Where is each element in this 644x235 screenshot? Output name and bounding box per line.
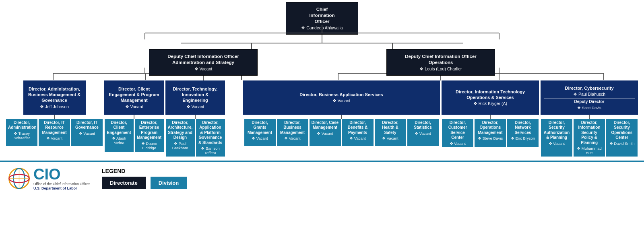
div-it-resource-mgmt: Director, IT Resource Management ❖ Vacan… [39,119,70,146]
dir-bas-title: Director, Business Application Services [246,92,437,97]
dir-bas-col: Director, Business Application Services … [243,80,440,157]
div-enterprise-pgm: Director, Enterprise Program Management … [135,119,164,152]
dir-tech-divs: Director, Architecture, Strategy and Des… [166,119,225,157]
dcio-ops-name: ❖ Louis (Lou) Charlier [391,66,491,71]
div-it-governance: Director, IT Governance ❖ Vacant [71,119,103,146]
dcio-admin-node: Deputy Chief Information Officer Adminis… [149,49,258,76]
dept-name: U.S. Department of Labor [33,186,90,190]
cio-node: Chief Information Officer ❖ Gundeep Ahlu… [286,2,358,35]
dir-itos-title: Director, Information Technology Operati… [445,89,536,101]
cio-abbr: CIO [33,167,90,182]
dir-bas-name: ❖ Vacant [246,98,437,103]
dcio-row: Deputy Chief Information Officer Adminis… [4,49,640,76]
cio-text-block: CIO Office of the Chief Information Offi… [33,167,90,190]
dir-tech-col: Director, Technology, Innovation & Engin… [165,80,225,157]
legend-section: LEGEND Directorate Division [102,168,187,189]
v-drops-dir [4,76,640,80]
cio-logo: CIO Office of the Chief Information Offi… [8,167,90,190]
cio-title: Chief Information Officer [292,6,352,25]
div-business-mgmt: Director, Business Management ❖ Vacant [277,119,308,146]
div-administration: Director, Administration ❖ Tracey Schaef… [6,119,37,146]
dir-bas-node: Director, Business Application Services … [243,80,440,115]
div-grants-mgmt: Director, Grants Management ❖ Vacant [244,119,276,146]
div-csc: Director, Customer Service Center ❖ Vaca… [442,119,473,147]
dir-client-node: Director, Client Engagement & Program Ma… [104,80,164,115]
dir-itos-name: ❖ Rick Kryger (A) [445,101,536,106]
dcio-ops-title: Deputy Chief Information Officer Operati… [391,54,491,66]
dcio-admin-title: Deputy Chief Information Officer Adminis… [153,54,253,66]
dir-client-col: Director, Client Engagement & Program Ma… [104,80,164,157]
dir-tech-name: ❖ Vacant [169,104,222,109]
footer: CIO Office of the Chief Information Offi… [0,161,644,195]
div-info-sec-policy: Director, Information Security Policy & … [574,119,605,157]
div-case-mgmt: Director, Case Management ❖ Vacant [310,119,341,146]
dir-client-divs: Director, Client Engagement ❖ Atash Meht… [105,119,164,152]
dir-cyber-divs: Director, Security Authorization & Plann… [541,119,638,157]
dir-itos-node: Director, Information Technology Operati… [442,80,539,115]
div-sec-auth: Director, Security Authorization & Plann… [541,119,572,157]
cio-logo-icon [8,167,30,190]
dir-admin-biz-divs: Director, Administration ❖ Tracey Schaef… [6,119,103,146]
legend-division: Division [151,177,187,189]
dcio-ops-node: Deputy Chief Information Officer Operati… [386,49,495,76]
dir-cyber-name: ❖ Paul Blahusch [544,92,635,97]
dir-itos-divs: Director, Customer Service Center ❖ Vaca… [442,119,539,147]
div-statistics: Director, Statistics ❖ Vacant [407,119,439,146]
div-app-platform: Director, Application & Platform Governa… [196,119,225,157]
v-drops-dcio [4,43,640,49]
legend-items: Directorate Division [102,177,187,189]
legend-title: LEGEND [102,168,187,174]
dir-admin-col: Director, Administration, Business Manag… [6,80,103,157]
dir-admin-biz-name: ❖ Jeff Johnson [27,104,83,109]
div-benefits-payments: Director, Benefits & Payments ❖ Vacant [342,119,374,146]
dir-admin-biz-title: Director, Administration, Business Manag… [27,86,83,103]
dir-tech-node: Director, Technology, Innovation & Engin… [165,80,225,115]
dcio-admin-name: ❖ Vacant [153,66,253,71]
dir-cyber-node: Director, Cybersecurity ❖ Paul Blahusch … [541,80,638,115]
admin-directors-group: Director, Administration, Business Manag… [6,80,225,157]
dir-cyber-title: Director, Cybersecurity [544,85,635,91]
dir-itos-col: Director, Information Technology Operati… [442,80,539,157]
div-soc: Director, Security Operations Center ❖ D… [606,119,638,157]
div-ops-mgmt: Director, Operations Management ❖ Steve … [475,119,506,147]
v-conn-1 [4,35,640,43]
cio-row: Chief Information Officer ❖ Gundeep Ahlu… [4,2,640,35]
org-name: Office of the Chief Information Officer [33,182,90,186]
dir-cyber-subtitle-name: ❖ Scott Davis [544,105,635,110]
div-health-safety: Director, Health & Safety ❖ Vacant [375,119,406,146]
dir-client-title: Director, Client Engagement & Program Ma… [107,86,161,103]
ops-directors-group: Director, Business Application Services … [243,80,638,157]
directors-row: Director, Administration, Business Manag… [4,80,640,157]
div-network-svcs: Director, Network Services ❖ Eric Bryson [507,119,539,147]
cio-name: ❖ Gundeep Ahluwalia [292,25,352,30]
dir-bas-divs: Director, Grants Management ❖ Vacant Dir… [244,119,439,146]
dir-tech-title: Director, Technology, Innovation & Engin… [169,86,222,103]
div-arch-strategy: Director, Architecture, Strategy and Des… [166,119,195,157]
dir-client-name: ❖ Vacant [107,104,161,109]
dir-admin-biz-node: Director, Administration, Business Manag… [23,80,86,115]
div-client-engagement: Director, Client Engagement ❖ Atash Meht… [105,119,134,152]
legend-directorate: Directorate [102,177,146,189]
org-chart-container: Chief Information Officer ❖ Gundeep Ahlu… [4,0,640,157]
dir-cyber-subtitle: Deputy Director [544,99,635,105]
dir-cyber-col: Director, Cybersecurity ❖ Paul Blahusch … [541,80,638,157]
